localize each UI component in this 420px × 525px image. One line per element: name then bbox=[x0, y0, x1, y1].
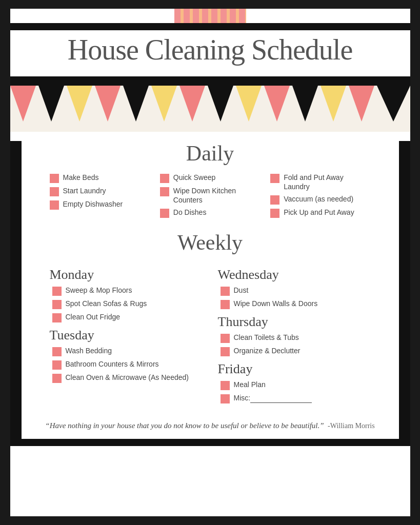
pink-checkbox bbox=[221, 347, 230, 356]
pink-checkbox bbox=[160, 209, 169, 218]
list-item: Clean Out Fridge bbox=[52, 312, 203, 322]
wednesday-heading: Wednesday bbox=[218, 267, 371, 282]
pink-checkbox bbox=[52, 374, 62, 383]
svg-marker-6 bbox=[179, 86, 205, 122]
pink-checkbox bbox=[221, 394, 230, 403]
pink-checkbox bbox=[160, 187, 169, 196]
thursday-items: Clean Toilets & Tubs Organize & Declutte… bbox=[221, 333, 371, 356]
page: House Cleaning Schedule bbox=[10, 9, 410, 516]
pink-checkbox bbox=[221, 300, 230, 309]
svg-marker-11 bbox=[321, 86, 346, 122]
pink-checkbox bbox=[270, 174, 279, 183]
item-label: Wipe Down Walls & Doors bbox=[234, 299, 318, 308]
pink-checkbox bbox=[221, 381, 230, 390]
wednesday-section: Wednesday Dust Wipe Down Walls & Doors bbox=[218, 267, 371, 309]
pink-checkbox bbox=[221, 287, 230, 296]
svg-marker-3 bbox=[95, 86, 121, 122]
list-item: Spot Clean Sofas & Rugs bbox=[52, 299, 203, 309]
pink-checkbox bbox=[52, 287, 62, 296]
pink-checkbox bbox=[52, 313, 62, 322]
monday-items: Sweep & Mop Floors Spot Clean Sofas & Ru… bbox=[52, 286, 203, 322]
item-label: Clean Out Fridge bbox=[66, 312, 121, 321]
item-label: Empty Dishwasher bbox=[63, 199, 123, 209]
item-label: Quick Sweep bbox=[173, 173, 215, 182]
banner-stripe bbox=[10, 76, 410, 86]
svg-marker-7 bbox=[208, 86, 233, 122]
list-item: Wipe Down Kitchen Counters bbox=[160, 186, 260, 205]
monday-heading: Monday bbox=[50, 267, 203, 282]
svg-marker-2 bbox=[67, 86, 92, 122]
wednesday-items: Dust Wipe Down Walls & Doors bbox=[221, 286, 371, 309]
daily-col2: Quick Sweep Wipe Down Kitchen Counters D… bbox=[160, 173, 260, 221]
pink-checkbox bbox=[50, 200, 59, 210]
weekly-left-col: Monday Sweep & Mop Floors Spot Clean Sof… bbox=[50, 262, 203, 407]
svg-marker-8 bbox=[236, 86, 262, 122]
pink-checkbox bbox=[50, 174, 59, 183]
inner-content: Daily Make Beds Start Laundry bbox=[22, 141, 399, 446]
list-item: Fold and Put Away Laundry bbox=[270, 173, 370, 191]
right-border bbox=[399, 141, 410, 446]
weekly-grid: Monday Sweep & Mop Floors Spot Clean Sof… bbox=[45, 262, 376, 407]
list-item: Make Beds bbox=[50, 173, 150, 183]
svg-marker-4 bbox=[123, 86, 149, 122]
item-label: Misc: bbox=[234, 393, 312, 402]
tuesday-section: Tuesday Wash Bedding Bathroom Counters &… bbox=[50, 328, 203, 383]
item-label: Clean Toilets & Tubs bbox=[234, 333, 299, 342]
left-border bbox=[10, 141, 22, 446]
item-label: Organize & Declutter bbox=[234, 346, 301, 355]
item-label: Start Laundry bbox=[63, 186, 106, 195]
weekly-heading: Weekly bbox=[45, 230, 376, 255]
pink-checkbox bbox=[270, 195, 279, 205]
quote-body: “Have nothing in your house that you do … bbox=[45, 421, 324, 430]
daily-heading: Daily bbox=[45, 141, 376, 166]
daily-grid: Make Beds Start Laundry Empty Dishwasher bbox=[45, 173, 376, 221]
list-item: Meal Plan bbox=[221, 380, 371, 390]
pink-checkbox bbox=[52, 347, 62, 356]
list-item: Clean Toilets & Tubs bbox=[221, 333, 371, 343]
list-item: Wipe Down Walls & Doors bbox=[221, 299, 371, 309]
svg-marker-12 bbox=[349, 86, 374, 122]
misc-line bbox=[250, 402, 312, 403]
svg-marker-1 bbox=[38, 86, 64, 122]
monday-section: Monday Sweep & Mop Floors Spot Clean Sof… bbox=[50, 267, 203, 322]
pink-checkbox bbox=[160, 174, 169, 183]
bunting-decoration bbox=[10, 86, 410, 132]
bottom-stripe bbox=[22, 439, 399, 446]
daily-col3: Fold and Put Away Laundry Vaccuum (as ne… bbox=[270, 173, 370, 221]
quote-author: -William Morris bbox=[328, 422, 375, 430]
friday-section: Friday Meal Plan Misc: bbox=[218, 361, 371, 403]
weekly-section: Weekly Monday Sweep & Mop Floors bbox=[45, 230, 376, 407]
friday-heading: Friday bbox=[218, 361, 371, 377]
tape-decoration bbox=[174, 9, 246, 23]
list-item: Wash Bedding bbox=[52, 346, 203, 356]
list-item: Organize & Declutter bbox=[221, 346, 371, 356]
thursday-heading: Thursday bbox=[218, 314, 371, 330]
pink-checkbox bbox=[50, 187, 59, 196]
item-label: Do Dishes bbox=[173, 208, 207, 217]
tuesday-heading: Tuesday bbox=[50, 328, 203, 343]
list-item: Do Dishes bbox=[160, 208, 260, 218]
svg-marker-10 bbox=[292, 86, 318, 122]
daily-col1: Make Beds Start Laundry Empty Dishwasher bbox=[50, 173, 150, 221]
item-label: Sweep & Mop Floors bbox=[66, 286, 132, 295]
svg-marker-9 bbox=[264, 86, 290, 122]
content-wrapper: Daily Make Beds Start Laundry bbox=[10, 141, 410, 446]
list-item: Vaccuum (as needed) bbox=[270, 194, 370, 205]
quote-text: “Have nothing in your house that you do … bbox=[45, 420, 376, 432]
item-label: Wash Bedding bbox=[66, 346, 112, 355]
item-label: Wipe Down Kitchen Counters bbox=[173, 186, 260, 205]
daily-section: Daily Make Beds Start Laundry bbox=[22, 141, 399, 407]
top-stripe bbox=[10, 23, 410, 30]
svg-marker-0 bbox=[10, 86, 36, 122]
weekly-right-col: Wednesday Dust Wipe Down Walls & Doors bbox=[218, 262, 371, 407]
item-label: Spot Clean Sofas & Rugs bbox=[66, 299, 147, 308]
item-label: Make Beds bbox=[63, 173, 99, 182]
pink-checkbox bbox=[52, 300, 62, 309]
item-label: Bathroom Counters & Mirrors bbox=[66, 359, 159, 369]
list-item: Bathroom Counters & Mirrors bbox=[52, 359, 203, 370]
list-item: Start Laundry bbox=[50, 186, 150, 196]
bunting-svg bbox=[10, 86, 410, 132]
pink-checkbox bbox=[221, 334, 230, 343]
svg-marker-13 bbox=[377, 86, 410, 122]
list-item: Clean Oven & Microwave (As Needed) bbox=[52, 373, 203, 383]
